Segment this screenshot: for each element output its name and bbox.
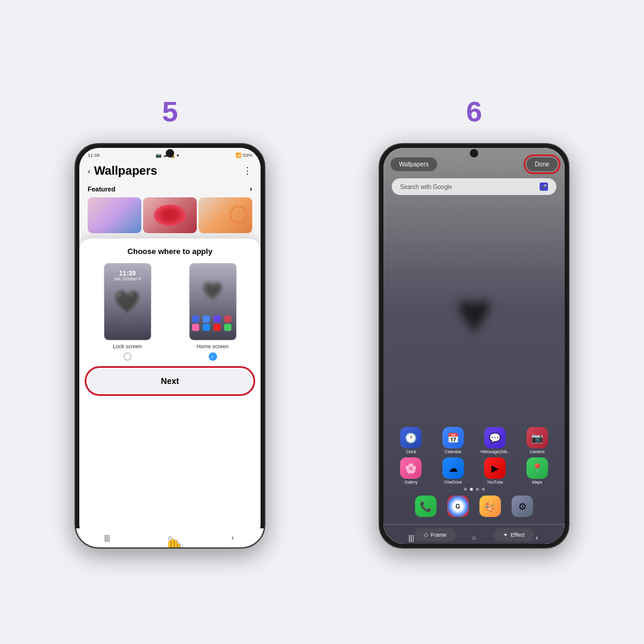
nav-menu-icon[interactable]: ||| xyxy=(101,532,113,544)
photos-icon: 🎨 xyxy=(479,496,501,517)
lock-screen-radio[interactable] xyxy=(123,352,132,361)
camera-icon: 📷 xyxy=(527,427,548,448)
featured-label: Featured xyxy=(88,185,115,193)
message-icon: 💬 xyxy=(484,427,506,448)
lock-screen-preview: 11:39 Sat, October 8 🖤 xyxy=(104,263,151,340)
phone5-header: ‹ Wallpapers ⋮ xyxy=(79,160,261,182)
hand-cursor-next: 🤚 xyxy=(158,537,188,549)
nav-back-icon[interactable]: ‹ xyxy=(227,532,239,544)
chrome-icon: G xyxy=(447,496,469,517)
menu-icon[interactable]: ⋮ xyxy=(243,165,252,177)
lock-screen-option[interactable]: 11:39 Sat, October 8 🖤 Lock screen xyxy=(88,263,167,361)
app-calendar[interactable]: 📅 Calendar xyxy=(442,427,464,454)
dot-4 xyxy=(482,488,485,491)
app-gallery[interactable]: 🌸 Gallery xyxy=(400,457,422,484)
phone6-frame: Wallpapers Done Search with Google 🎤 ♥ xyxy=(379,143,569,549)
phone6-content: Wallpapers Done Search with Google 🎤 ♥ xyxy=(383,148,565,544)
youtube-label: YouTube xyxy=(487,480,503,484)
apps-row-1: 🕐 Clock 📅 Calendar 💬 +Message(SM... xyxy=(392,427,556,454)
main-container: 5 11:39 📷 ☁ 🔔 ● 📶 53% ‹ Wallpapers xyxy=(0,0,644,644)
camera-label: Camera xyxy=(530,450,544,454)
home-screen-preview: 🖤 xyxy=(189,263,237,340)
modal-title: Choose where to apply xyxy=(88,247,252,256)
app-phone-dock[interactable]: 📞 xyxy=(415,496,436,517)
phone6-notch xyxy=(470,149,478,157)
step5-number: 5 xyxy=(162,95,178,128)
wallpaper-grid xyxy=(79,196,261,235)
maps-icon: 📍 xyxy=(527,457,548,479)
app-chrome-dock[interactable]: G xyxy=(447,496,469,517)
dot-3 xyxy=(476,488,479,491)
nav-back-icon-6[interactable]: ‹ xyxy=(531,532,543,544)
step5-column: 5 11:39 📷 ☁ 🔔 ● 📶 53% ‹ Wallpapers xyxy=(75,95,265,549)
home-screen-radio[interactable] xyxy=(209,352,217,361)
calendar-label: Calendar xyxy=(445,450,462,454)
page-dots xyxy=(392,488,556,491)
mic-icon[interactable]: 🎤 xyxy=(540,182,548,191)
nav-menu-icon-6[interactable]: ||| xyxy=(405,532,417,544)
preview-heart: 🖤 xyxy=(114,289,141,314)
lock-screen-label: Lock screen xyxy=(113,343,142,349)
google-search-bar[interactable]: Search with Google 🎤 xyxy=(392,178,556,195)
done-button[interactable]: Done xyxy=(527,157,558,171)
home-screen-option[interactable]: 🖤 xyxy=(173,263,252,361)
app-onedrive[interactable]: ☁ OneDrive xyxy=(442,457,464,484)
maps-label: Maps xyxy=(532,480,542,484)
app-camera[interactable]: 📷 Camera xyxy=(527,427,548,454)
app-photos-dock[interactable]: 🎨 xyxy=(479,496,501,517)
phone6-top-bar: Wallpapers Done xyxy=(383,155,565,176)
dot-2 xyxy=(470,488,473,491)
phone5-content: 11:39 📷 ☁ 🔔 ● 📶 53% ‹ Wallpapers ⋮ xyxy=(79,148,261,544)
status-time: 11:39 xyxy=(88,153,100,158)
preview-date: Sat, October 8 xyxy=(114,277,141,281)
dot-1 xyxy=(464,488,467,491)
status-signal: 📶 53% xyxy=(236,153,252,158)
onedrive-label: OneDrive xyxy=(444,480,462,484)
phone6-nav-bar: ||| ○ ‹ xyxy=(380,528,568,547)
clock-icon: 🕐 xyxy=(400,427,422,448)
phone5-screen: 11:39 📷 ☁ 🔔 ● 📶 53% ‹ Wallpapers ⋮ xyxy=(79,148,261,544)
gallery-label: Gallery xyxy=(404,480,417,484)
message-label: +Message(SM... xyxy=(480,450,510,454)
youtube-icon: ▶ xyxy=(484,457,506,479)
phone-icon: 📞 xyxy=(415,496,436,517)
wallpapers-tab-btn[interactable]: Wallpapers xyxy=(391,157,437,171)
featured-chevron[interactable]: › xyxy=(250,185,252,193)
preview-heart-2: 🖤 xyxy=(202,280,223,300)
choose-modal: Choose where to apply 11:39 Sat, October… xyxy=(79,239,261,544)
step6-number: 6 xyxy=(466,95,482,128)
phone5-notch xyxy=(166,149,174,157)
apps-grid: 🕐 Clock 📅 Calendar 💬 +Message(SM... xyxy=(383,427,565,524)
screen-options: 11:39 Sat, October 8 🖤 Lock screen xyxy=(88,263,252,361)
preview-time: 11:39 xyxy=(119,270,135,277)
next-button[interactable]: Next xyxy=(88,369,252,393)
wallpapers-title: Wallpapers xyxy=(94,164,157,178)
app-maps[interactable]: 📍 Maps xyxy=(527,457,548,484)
gallery-icon: 🌸 xyxy=(400,457,422,479)
clock-label: Clock xyxy=(405,450,416,454)
featured-row: Featured › xyxy=(79,182,261,196)
wallpaper-thumb-2[interactable] xyxy=(143,197,197,233)
nav-home-icon-6[interactable]: ○ xyxy=(468,532,480,544)
step6-column: 6 Wallpapers Done S xyxy=(379,95,569,549)
heart-wallpaper-area: ♥ xyxy=(383,200,565,427)
phone6-screen: Wallpapers Done Search with Google 🎤 ♥ xyxy=(383,148,565,544)
calendar-icon: 📅 xyxy=(442,427,464,448)
app-clock[interactable]: 🕐 Clock xyxy=(400,427,422,454)
back-icon[interactable]: ‹ xyxy=(88,166,91,176)
apps-row-2: 🌸 Gallery ☁ OneDrive ▶ YouTube xyxy=(392,457,556,484)
app-message[interactable]: 💬 +Message(SM... xyxy=(480,427,510,454)
app-youtube[interactable]: ▶ YouTube xyxy=(484,457,506,484)
preview-apps xyxy=(192,315,234,331)
hand-cursor-done: 🤚 xyxy=(568,180,569,208)
app-settings-dock[interactable]: ⚙ xyxy=(512,496,533,517)
onedrive-icon: ☁ xyxy=(442,457,464,479)
dock-row: 📞 G 🎨 ⚙ xyxy=(392,493,556,521)
wallpaper-thumb-3[interactable] xyxy=(199,197,252,233)
home-screen-label: Home screen xyxy=(197,343,229,349)
search-placeholder: Search with Google xyxy=(400,184,452,190)
wallpaper-thumb-1[interactable] xyxy=(88,197,141,233)
settings-icon: ⚙ xyxy=(512,496,533,517)
phone5-frame: 11:39 📷 ☁ 🔔 ● 📶 53% ‹ Wallpapers ⋮ xyxy=(75,143,265,549)
heart-decoration: ♥ xyxy=(456,279,491,348)
